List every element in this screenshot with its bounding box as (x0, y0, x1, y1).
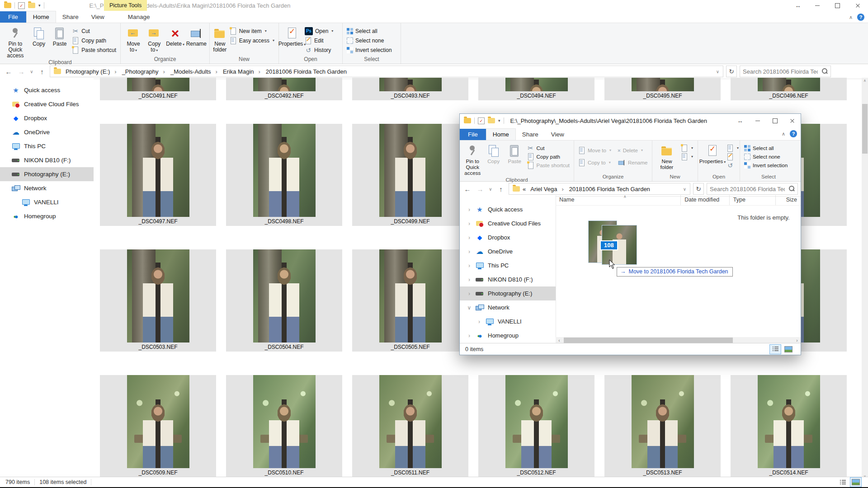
cut-button[interactable]: ✂Cut (71, 26, 118, 36)
pin-to-quick-access-button[interactable]: Pin to Quick access (3, 25, 28, 59)
sidebar-item[interactable]: OneDrive (0, 125, 94, 139)
forward-nav-icon[interactable]: → (475, 185, 485, 193)
expand-chevron-icon[interactable]: › (467, 277, 472, 283)
file-tile[interactable]: _DSC0492.NEF (226, 78, 342, 100)
tab-share[interactable]: Share (516, 129, 545, 140)
open-button[interactable]: ▾ (725, 144, 740, 152)
file-tile[interactable]: _DSC0491.NEF (100, 78, 216, 100)
search-input[interactable] (740, 68, 821, 75)
select-all-button[interactable]: Select all (345, 26, 393, 36)
sidebar-item[interactable]: › Creative Cloud Files (460, 216, 556, 230)
file-tile[interactable]: _DSC0498.NEF (226, 124, 342, 226)
expand-chevron-icon[interactable]: › (477, 319, 481, 325)
tab-home[interactable]: Home (26, 11, 56, 23)
select-none-button[interactable]: Select none (345, 36, 393, 45)
resize-icon[interactable]: ↔ (731, 117, 749, 124)
sidebar-item[interactable]: › Dropbox (460, 230, 556, 244)
properties-quick-icon[interactable]: ✓ (18, 2, 25, 9)
expand-chevron-icon[interactable]: › (467, 333, 472, 339)
expand-chevron-icon[interactable]: › (467, 263, 472, 269)
paste-shortcut-button[interactable]: Paste shortcut (71, 45, 118, 55)
recent-locations-icon[interactable]: ∨ (29, 69, 34, 74)
sidebar-item[interactable]: › NIKON D810 (F:) (460, 272, 556, 286)
copy-button[interactable]: Copy (484, 142, 504, 164)
sidebar-item[interactable]: › VANELLI (460, 314, 556, 328)
sidebar-item[interactable]: Network (0, 181, 94, 195)
new-folder-quick-icon[interactable] (488, 118, 495, 123)
file-list-area[interactable]: ∧ Name Date modified Type Size This fold… (556, 195, 801, 337)
tab-manage[interactable]: Manage (122, 11, 156, 23)
expand-chevron-icon[interactable]: ∨ (467, 305, 472, 311)
qat-customize-icon[interactable]: ▾ (38, 3, 41, 8)
paste-button[interactable]: Paste (50, 25, 70, 47)
cut-button[interactable]: ✂Cut (526, 144, 571, 152)
properties-button[interactable]: Properties▾ (282, 25, 302, 47)
expand-chevron-icon[interactable]: › (467, 206, 472, 213)
file-tile[interactable]: _DSC0493.NEF (352, 78, 468, 100)
scrollbar-thumb[interactable] (862, 104, 868, 154)
up-nav-icon[interactable]: ↑ (496, 185, 506, 193)
new-item-button[interactable]: ▾ (679, 144, 694, 152)
history-button[interactable]: ↺ (725, 161, 740, 169)
sidebar-item[interactable]: Creative Cloud Files (0, 97, 94, 111)
new-folder-button[interactable]: New folder (212, 25, 227, 53)
properties-button[interactable]: Properties▾ (701, 142, 724, 165)
breadcrumb-overflow-icon[interactable]: « (522, 186, 527, 192)
breadcrumb-segment[interactable]: _Photography (119, 68, 168, 75)
ribbon-collapse-icon[interactable]: ∧ (782, 131, 785, 137)
qat-customize-icon[interactable]: ▾ (498, 118, 500, 123)
sidebar-item[interactable]: Photography (E:) (0, 167, 94, 181)
file-tile[interactable]: _DSC0497.NEF (100, 124, 216, 226)
breadcrumb-segment[interactable]: _Models-Adults (168, 68, 220, 75)
file-tile[interactable]: _DSC0514.NEF (731, 375, 847, 477)
sidebar-item[interactable]: Dropbox (0, 111, 94, 125)
refresh-icon[interactable]: ↻ (726, 66, 737, 77)
file-tile[interactable]: _DSC0495.NEF (604, 78, 721, 100)
easy-access-button[interactable]: Easy access▾ (228, 36, 276, 45)
edit-button[interactable]: Edit (303, 36, 335, 45)
tab-file[interactable]: File (0, 11, 26, 23)
sidebar-item[interactable]: › Quick access (460, 202, 556, 216)
maximize-button[interactable] (827, 0, 848, 11)
file-tile[interactable]: _DSC0511.NEF (352, 375, 468, 477)
thumbnails-view-button[interactable] (783, 344, 794, 354)
details-view-button[interactable] (769, 344, 781, 354)
thumbnails-view-button[interactable] (850, 477, 862, 487)
maximize-button[interactable] (766, 114, 783, 127)
breadcrumb-segment[interactable]: Photography (E:) (63, 68, 119, 75)
copy-path-button[interactable]: Copy path (71, 36, 118, 45)
sidebar-item[interactable]: ∨ Network (460, 300, 556, 314)
back-nav-icon[interactable]: ← (4, 68, 14, 75)
back-nav-icon[interactable]: ← (462, 185, 472, 193)
sidebar-item[interactable]: NIKON D810 (F:) (0, 153, 94, 167)
scroll-up-icon[interactable]: ∧ (862, 78, 868, 84)
recent-locations-icon[interactable]: ∨ (488, 187, 493, 192)
open-button[interactable]: PsOpen▾ (303, 26, 335, 36)
invert-selection-button[interactable]: Invert selection (743, 161, 789, 169)
column-header-type[interactable]: Type (730, 195, 776, 205)
file-tile[interactable]: _DSC0503.NEF (100, 249, 216, 352)
edit-button[interactable] (725, 152, 740, 161)
search-icon[interactable] (821, 67, 829, 75)
paste-button[interactable]: Paste (505, 142, 525, 164)
breadcrumb[interactable]: « Ariel Vega20181006 Florida Tech Garden… (509, 183, 690, 195)
copy-button[interactable]: Copy (29, 25, 49, 47)
sidebar-item[interactable]: › Homegroup (460, 328, 556, 343)
resize-icon[interactable]: ↔ (789, 2, 807, 9)
help-icon[interactable]: ? (790, 130, 797, 137)
address-dropdown-icon[interactable]: ∨ (714, 69, 721, 74)
sidebar-item[interactable]: › This PC (460, 258, 556, 272)
ribbon-collapse-icon[interactable]: ∧ (849, 14, 853, 20)
breadcrumb-segment[interactable]: Ariel Vega (528, 186, 566, 192)
details-view-button[interactable] (837, 477, 849, 487)
sidebar-item[interactable]: Quick access (0, 83, 94, 97)
file-tile[interactable]: _DSC0509.NEF (100, 375, 216, 477)
file-tile[interactable]: _DSC0499.NEF (352, 124, 468, 226)
paste-shortcut-button[interactable]: Paste shortcut (526, 161, 571, 169)
new-folder-quick-icon[interactable] (28, 3, 35, 8)
breadcrumb-segment[interactable]: Erika Magin (220, 68, 263, 75)
new-folder-button[interactable]: New folder (655, 142, 679, 170)
minimize-button[interactable] (807, 0, 827, 11)
tab-share[interactable]: Share (56, 11, 85, 23)
sidebar-item[interactable]: This PC (0, 139, 94, 153)
